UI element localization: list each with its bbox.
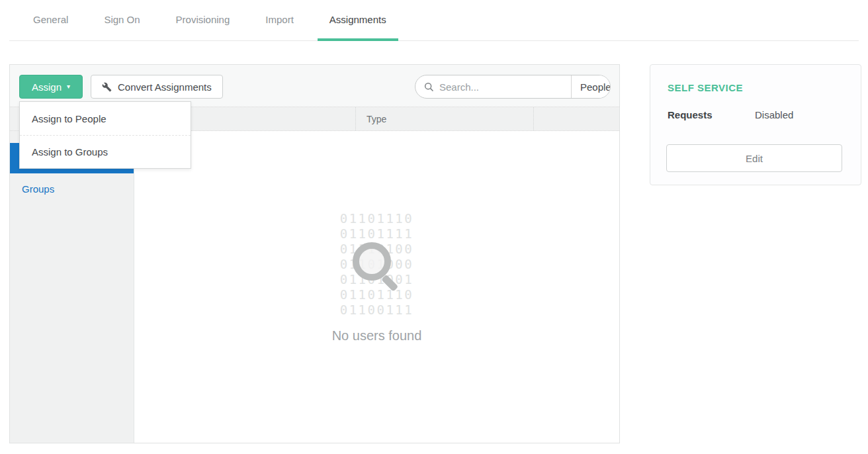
self-service-panel: SELF SERVICE Requests Disabled Edit bbox=[650, 64, 861, 185]
app-tab-bar: General Sign On Provisioning Import Assi… bbox=[9, 0, 859, 41]
menu-item-assign-to-groups[interactable]: Assign to Groups bbox=[20, 135, 191, 168]
requests-status-value: Disabled bbox=[755, 109, 793, 120]
search-input[interactable] bbox=[439, 81, 571, 93]
search-icon bbox=[424, 82, 434, 92]
chevron-down-icon: ▾ bbox=[67, 83, 70, 90]
tab-import[interactable]: Import bbox=[253, 0, 306, 41]
binary-row: 01100111 bbox=[340, 302, 414, 318]
requests-label: Requests bbox=[668, 109, 755, 120]
binary-row: 01101110 bbox=[340, 287, 414, 302]
search-control: People ▾ bbox=[415, 75, 611, 99]
tab-assignments[interactable]: Assignments bbox=[318, 0, 398, 41]
tab-sign-on[interactable]: Sign On bbox=[92, 0, 152, 41]
assign-button-label: Assign bbox=[32, 81, 62, 93]
binary-row: 01101110 bbox=[340, 211, 414, 226]
assignments-side-nav: People Groups bbox=[10, 131, 134, 443]
convert-assignments-button[interactable]: Convert Assignments bbox=[91, 75, 223, 99]
convert-assignments-label: Convert Assignments bbox=[118, 81, 212, 93]
edit-button[interactable]: Edit bbox=[666, 144, 842, 172]
binary-art: 01101110 01101111 01110100 01101000 0110… bbox=[340, 211, 414, 318]
assignments-toolbar: Assign ▾ Convert Assignments Pe bbox=[10, 65, 619, 107]
search-scope-value: People bbox=[580, 81, 611, 93]
wrench-icon bbox=[102, 82, 112, 92]
sidebar-item-groups[interactable]: Groups bbox=[10, 173, 134, 204]
magnifier-icon bbox=[353, 242, 391, 281]
search-field-wrap bbox=[415, 75, 571, 98]
binary-row: 01101111 bbox=[340, 226, 414, 242]
assign-dropdown-menu: Assign to People Assign to Groups bbox=[19, 101, 191, 169]
app-assignments-page: General Sign On Provisioning Import Assi… bbox=[0, 0, 868, 454]
assignments-panel: Assign ▾ Convert Assignments Pe bbox=[9, 64, 620, 443]
empty-state: 01101110 01101111 01110100 01101000 0110… bbox=[134, 131, 619, 443]
assign-button[interactable]: Assign ▾ bbox=[19, 75, 83, 99]
menu-item-assign-to-people[interactable]: Assign to People bbox=[20, 102, 191, 135]
requests-row: Requests Disabled bbox=[668, 109, 844, 120]
column-header-actions bbox=[534, 107, 619, 130]
self-service-title: SELF SERVICE bbox=[668, 82, 844, 93]
tab-general[interactable]: General bbox=[21, 0, 80, 41]
empty-state-message: No users found bbox=[134, 328, 619, 343]
column-header-type[interactable]: Type bbox=[356, 107, 534, 130]
tab-provisioning[interactable]: Provisioning bbox=[164, 0, 242, 41]
search-scope-dropdown[interactable]: People ▾ bbox=[571, 75, 611, 98]
